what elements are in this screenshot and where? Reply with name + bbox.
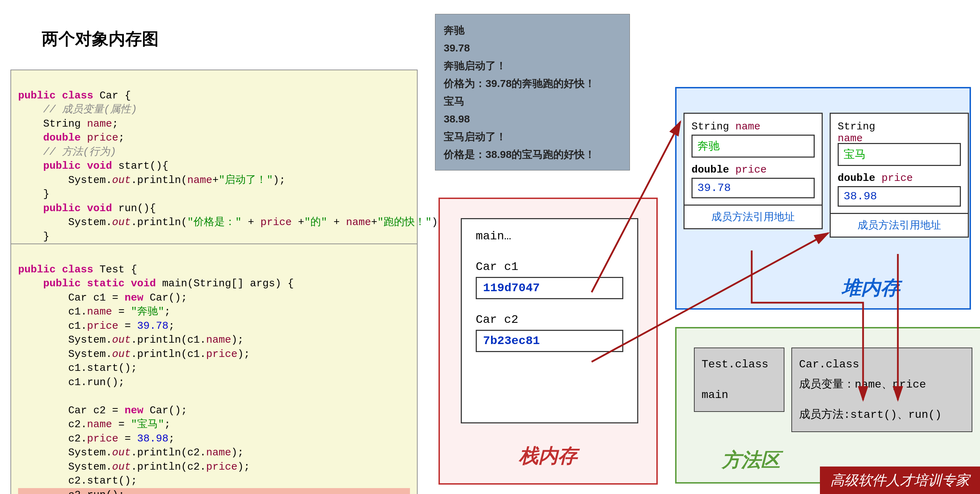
console-line: 宝马启动了！ [444,128,621,145]
console-line: 38.98 [444,110,621,128]
stack-memory: main… Car c1 119d7047 Car c2 7b23ec81 栈内… [439,198,658,484]
stack-label: 栈内存 [440,443,656,469]
console-output: 奔驰 39.78 奔驰启动了！ 价格为：39.78的奔驰跑的好快！ 宝马 38.… [435,14,630,170]
console-line: 奔驰 [444,21,621,39]
frame-label: main… [476,230,623,243]
obj1-name-value: 奔驰 [692,135,815,157]
method-area: Test.class main Car.class 成员变量：name、pric… [675,327,980,484]
method-area-label: 方法区 [722,447,780,473]
code-test-class: public class Test { public static void m… [10,243,418,494]
page-title: 两个对象内存图 [42,28,159,50]
heap-object-c2: String name 宝马 double price 38.98 成员方法引用… [830,113,969,238]
var-c2-addr: 7b23ec81 [476,330,623,352]
obj2-method-ref: 成员方法引用地址 [831,213,968,237]
heap-label: 堆内存 [842,275,900,301]
var-c1-addr: 119d7047 [476,277,623,299]
obj2-price-value: 38.98 [838,186,961,206]
code-car-class: public class Car { // 成员变量(属性) String na… [10,70,418,263]
console-line: 奔驰启动了！ [444,57,621,75]
obj1-price-value: 39.78 [692,178,815,198]
var-c1-decl: Car c1 [476,260,623,273]
test-class-box: Test.class main [694,348,784,412]
console-line: 宝马 [444,92,621,110]
obj1-method-ref: 成员方法引用地址 [684,205,822,228]
console-line: 价格为：39.78的奔驰跑的好快！ [444,75,621,92]
console-line: 39.78 [444,39,621,57]
stack-frame-main: main… Car c1 119d7047 Car c2 7b23ec81 [461,218,638,423]
console-line: 价格是：38.98的宝马跑的好快！ [444,145,621,163]
heap-memory: String name 奔驰 double price 39.78 成员方法引用… [675,87,971,310]
car-class-box: Car.class 成员变量：name、price 成员方法:start()、r… [791,348,972,432]
obj2-name-value: 宝马 [838,143,961,166]
var-c2-decl: Car c2 [476,313,623,326]
footer-brand: 高级软件人才培训专家 [820,467,980,494]
heap-object-c1: String name 奔驰 double price 39.78 成员方法引用… [684,113,823,229]
